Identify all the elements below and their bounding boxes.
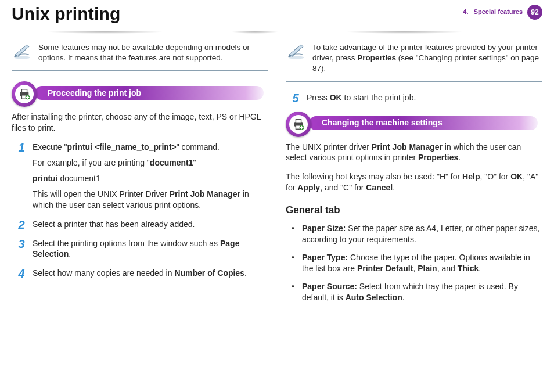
list-item: Paper Type: Choose the type of the paper…	[286, 252, 542, 274]
step-number: 2	[15, 217, 28, 233]
list-item: Paper Source: Select from which tray the…	[286, 281, 542, 303]
page: Unix printing 4. Special features 92	[0, 0, 554, 392]
page-header: Unix printing 4. Special features 92	[12, 0, 542, 28]
step-list-continued: 5 Press OK to start the print job.	[286, 92, 542, 103]
section-heading-changing: Changing the machine settings	[286, 112, 542, 135]
header-shadow	[0, 31, 554, 35]
paragraph: The UNIX printer driver Print Job Manage…	[286, 142, 542, 164]
step-5: 5 Press OK to start the print job.	[286, 92, 542, 103]
note-icon	[12, 42, 33, 60]
step-2: 2 Select a printer that has been already…	[12, 219, 268, 230]
note-box: Some features may not be available depen…	[12, 41, 268, 71]
right-column: To take advantage of the printer feature…	[286, 41, 542, 310]
subsection-general-tab: General tab	[286, 204, 542, 217]
chapter-name: Special features	[474, 8, 523, 15]
section-title: Proceeding the print job	[35, 86, 264, 100]
step-1: 1 Execute "printui <file_name_to_print>"…	[12, 142, 268, 210]
step-number: 3	[15, 236, 28, 252]
note-box: To take advantage of the printer feature…	[286, 41, 542, 82]
paragraph: The following hot keys may also be used:…	[286, 171, 542, 193]
note-text: To take advantage of the printer feature…	[312, 42, 542, 74]
chapter-number: 4.	[463, 8, 468, 15]
left-column: Some features may not be available depen…	[12, 41, 268, 310]
section-title: Changing the machine settings	[309, 116, 538, 130]
printer-icon	[286, 112, 311, 137]
breadcrumb: 4. Special features 92	[449, 0, 542, 23]
printer-icon	[12, 81, 37, 107]
step-list: 1 Execute "printui <file_name_to_print>"…	[12, 142, 268, 279]
intro-paragraph: After installing the printer, choose any…	[12, 112, 268, 134]
content-columns: Some features may not be available depen…	[12, 41, 542, 310]
note-icon	[286, 42, 307, 60]
svg-rect-7	[296, 119, 301, 123]
step-number: 5	[289, 91, 302, 106]
step-number: 4	[15, 266, 28, 282]
list-item: Paper Size: Set the paper size as A4, Le…	[286, 223, 542, 245]
section-heading-proceeding: Proceeding the print job	[12, 81, 268, 105]
page-title: Unix printing	[12, 4, 121, 23]
bullet-list: Paper Size: Set the paper size as A4, Le…	[286, 223, 542, 303]
page-number-badge: 92	[527, 5, 542, 20]
step-4: 4 Select how many copies are needed in N…	[12, 268, 268, 279]
step-3: 3 Select the printing options from the w…	[12, 238, 268, 260]
header-divider	[12, 28, 542, 28]
step-number: 1	[15, 140, 28, 156]
svg-rect-2	[21, 89, 27, 93]
note-text: Some features may not be available depen…	[38, 42, 268, 63]
